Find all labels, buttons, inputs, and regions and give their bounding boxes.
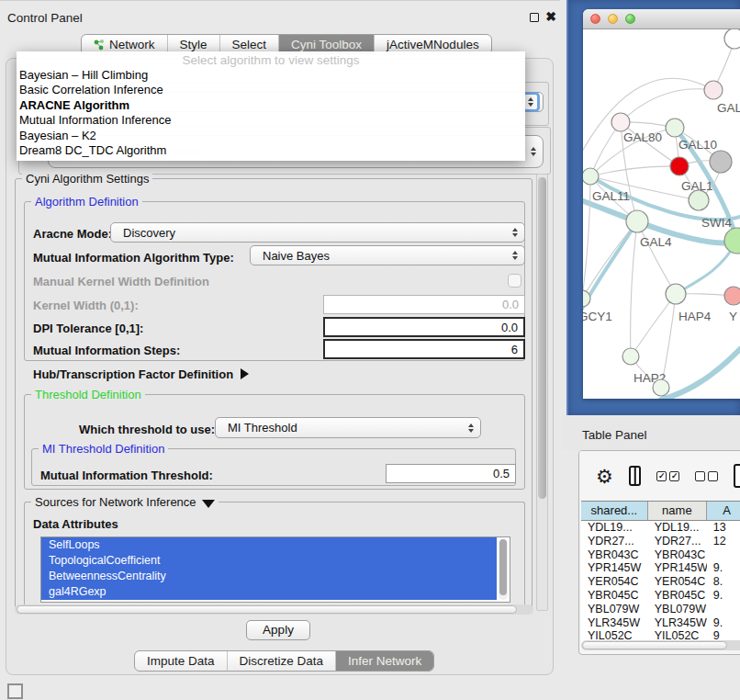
network-graph[interactable]: GALGAL80GAL10GAL1GAL11SWI4GAL4HAP4YGCY1H…	[583, 29, 740, 399]
algorithm-option[interactable]: Basic Correlation Inference	[17, 83, 525, 97]
table-cell: YBL079W	[648, 603, 707, 616]
network-edge[interactable]	[661, 349, 740, 399]
network-node[interactable]	[724, 29, 740, 49]
network-edge[interactable]	[621, 89, 713, 122]
kernel-width-input[interactable]: 0.0	[323, 295, 525, 314]
window-close-icon[interactable]	[590, 14, 600, 24]
column-header[interactable]: A	[707, 502, 740, 520]
attribute-list-item[interactable]: BetweennessCentrality	[41, 569, 497, 584]
network-node-hap4[interactable]	[666, 284, 686, 304]
table-cell: YDR27...	[648, 535, 707, 548]
table-row[interactable]: YDL19...YDL19...13	[581, 521, 740, 535]
network-edge[interactable]	[631, 294, 676, 356]
dock-panel-icon[interactable]	[7, 683, 23, 699]
combo-spinner-icon	[468, 423, 474, 433]
mi-algorithm-type-combo[interactable]: Naive Bayes	[250, 245, 525, 265]
which-threshold-label: Which threshold to use:	[79, 423, 215, 436]
float-window-icon[interactable]	[530, 13, 539, 22]
tab-impute-data[interactable]: Impute Data	[135, 651, 227, 671]
network-node-swi4[interactable]	[689, 190, 709, 210]
sources-title[interactable]: Sources for Network Inference	[31, 495, 219, 509]
close-icon[interactable]: ✖	[545, 9, 556, 24]
scrollbar-thumb[interactable]	[582, 641, 727, 649]
algorithm-option[interactable]: Dream8 DC_TDC Algorithm	[17, 143, 525, 158]
network-node[interactable]	[710, 151, 732, 173]
algorithm-option[interactable]: Mutual Information Inference	[17, 113, 525, 128]
algorithm-option[interactable]: Bayesian – Hill Climbing	[17, 68, 525, 83]
settings-gear-icon[interactable]: ⚙	[596, 467, 613, 486]
network-window: GALGAL80GAL10GAL1GAL11SWI4GAL4HAP4YGCY1H…	[583, 9, 740, 399]
network-node[interactable]	[653, 379, 669, 396]
hub-definition-toggle[interactable]: Hub/Transcription Factor Definition	[33, 367, 249, 381]
column-header[interactable]: shared...	[581, 502, 648, 520]
window-zoom-icon[interactable]	[625, 14, 635, 24]
table-cell: 9.	[707, 561, 740, 575]
network-edge[interactable]	[631, 221, 637, 356]
table-row[interactable]: YDR27...YDR27...12	[581, 535, 740, 548]
combo-spinner-icon	[531, 147, 536, 156]
aracne-mode-combo[interactable]: Discovery	[110, 222, 525, 243]
settings-vertical-scrollbar[interactable]	[536, 174, 548, 611]
chevron-down-icon[interactable]	[202, 500, 215, 508]
network-node-gal11[interactable]	[583, 168, 599, 185]
deselect-all-checkboxes-icon[interactable]	[695, 471, 718, 481]
window-minimize-icon[interactable]	[608, 14, 618, 24]
tab-infer-network[interactable]: Infer Network	[335, 651, 433, 671]
settings-horizontal-scrollbar[interactable]	[15, 604, 533, 615]
algorithm-dropdown-popup: Select algorithm to view settings Bayesi…	[17, 51, 525, 161]
column-header[interactable]: name	[648, 502, 707, 520]
manual-kernel-width-label: Manual Kernel Width Definition	[33, 275, 209, 288]
network-node-gal4[interactable]	[626, 210, 648, 232]
algorithm-option[interactable]: Bayesian – K2	[17, 129, 525, 143]
network-canvas[interactable]: GALGAL80GAL10GAL1GAL11SWI4GAL4HAP4YGCY1H…	[583, 29, 740, 399]
table-cell: 12	[707, 535, 740, 548]
table-cell: YBR043C	[648, 548, 707, 562]
algorithm-dropdown-placeholder: Select algorithm to view settings	[17, 52, 525, 68]
control-panel: Control Panel ✖ NetworkStyleSelectCyni T…	[0, 0, 560, 680]
mi-algorithm-type-label: Mutual Information Algorithm Type:	[33, 251, 234, 265]
scrollbar-thumb[interactable]	[499, 539, 507, 595]
scrollbar-thumb[interactable]	[17, 605, 517, 614]
node-label: Y	[729, 310, 737, 323]
node-label: GAL10	[678, 138, 717, 152]
which-threshold-combo[interactable]: MI Threshold	[215, 417, 481, 438]
table-row[interactable]: YER054CYER054C8.	[581, 575, 740, 589]
network-node-gal10[interactable]	[666, 119, 684, 137]
network-node-y[interactable]	[724, 287, 740, 305]
network-node-hap2[interactable]	[622, 348, 639, 365]
select-all-checkboxes-icon[interactable]: ✓✓	[656, 471, 679, 481]
network-node[interactable]	[724, 228, 740, 254]
data-attributes-list[interactable]: SelfLoopsTopologicalCoefficientBetweenne…	[40, 536, 510, 603]
algorithm-option[interactable]: ARACNE Algorithm	[17, 98, 525, 113]
tab-discretize-data[interactable]: Discretize Data	[227, 651, 336, 671]
list-scrollbar[interactable]	[499, 539, 508, 600]
network-node-gal1[interactable]	[670, 157, 689, 175]
table-row[interactable]: YBR045CYBR045C9.	[581, 589, 740, 603]
new-table-icon[interactable]	[734, 464, 740, 488]
apply-button[interactable]: Apply	[246, 620, 310, 640]
attribute-list-item[interactable]: gal4RGexp	[41, 584, 497, 600]
table-horizontal-scrollbar[interactable]	[581, 640, 740, 650]
table-row[interactable]: YLR345WYLR345W9.	[581, 616, 740, 630]
network-node-gal80[interactable]	[611, 113, 630, 131]
network-edge[interactable]	[583, 176, 590, 299]
manual-kernel-width-checkbox[interactable]	[508, 274, 521, 288]
network-edge[interactable]	[583, 221, 637, 316]
mi-threshold-input[interactable]: 0.5	[386, 464, 516, 483]
network-node-gal[interactable]	[704, 81, 723, 99]
chevron-right-icon[interactable]	[241, 368, 249, 379]
table-row[interactable]: YBL079WYBL079W	[581, 603, 740, 616]
table-cell: 8.	[707, 575, 740, 589]
scrollbar-thumb[interactable]	[538, 177, 546, 499]
table-cell	[707, 603, 740, 616]
network-icon	[94, 39, 105, 51]
combo-spinner-icon	[512, 228, 518, 237]
network-edge[interactable]	[590, 166, 679, 176]
attribute-list-item[interactable]: SelfLoops	[41, 537, 497, 553]
table-row[interactable]: YPR145WYPR145W9.	[581, 561, 740, 575]
table-row[interactable]: YBR043CYBR043C	[581, 548, 740, 562]
attribute-list-item[interactable]: TopologicalCoefficient	[41, 553, 497, 569]
dpi-tolerance-input[interactable]: 0.0	[323, 317, 525, 337]
split-columns-icon[interactable]	[629, 466, 642, 486]
mi-steps-input[interactable]: 6	[323, 339, 525, 359]
